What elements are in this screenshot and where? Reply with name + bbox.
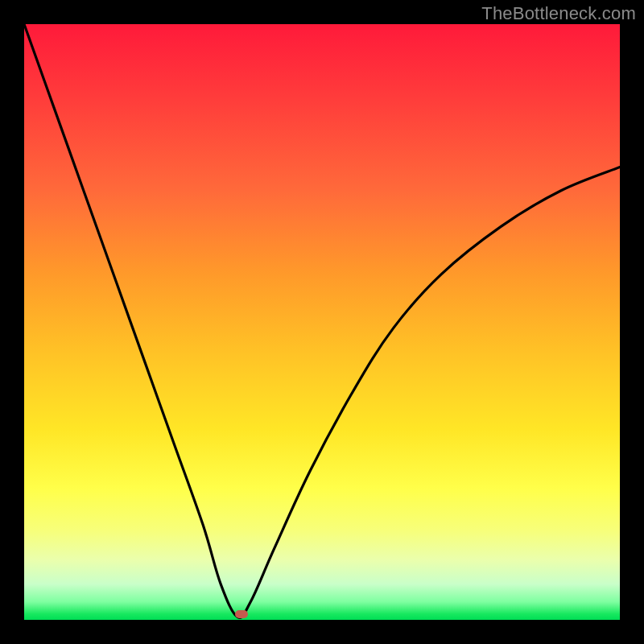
bottleneck-curve: [24, 24, 620, 620]
plot-area: [24, 24, 620, 620]
chart-frame: TheBottleneck.com: [0, 0, 644, 644]
optimum-marker: [235, 610, 248, 618]
watermark-text: TheBottleneck.com: [481, 3, 636, 24]
